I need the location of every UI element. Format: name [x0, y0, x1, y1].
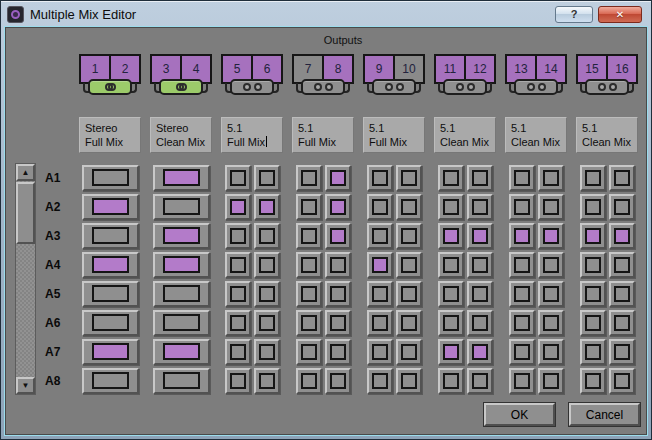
assign-button-a4-mix2[interactable] [153, 252, 210, 278]
scrollbar-thumb[interactable] [16, 182, 35, 244]
assign-button-a4-mix8-2[interactable] [609, 252, 635, 278]
help-button[interactable]: ? [555, 6, 593, 23]
assign-button-a8-mix7-2[interactable] [538, 368, 564, 394]
assign-button-a7-mix6-2[interactable] [467, 339, 493, 365]
assign-button-a8-mix4-2[interactable] [325, 368, 351, 394]
assign-button-a4-mix3-1[interactable] [225, 252, 251, 278]
assign-button-a5-mix5-2[interactable] [396, 281, 422, 307]
assign-button-a5-mix7-2[interactable] [538, 281, 564, 307]
assign-button-a8-mix8-1[interactable] [580, 368, 606, 394]
assign-button-a7-mix8-1[interactable] [580, 339, 606, 365]
assign-button-a3-mix8-1[interactable] [580, 223, 606, 249]
assign-button-a6-mix3-2[interactable] [254, 310, 280, 336]
cancel-button[interactable]: Cancel [569, 403, 640, 426]
assign-button-a4-mix4-1[interactable] [296, 252, 322, 278]
assign-button-a3-mix2[interactable] [153, 223, 210, 249]
assign-button-a1-mix8-2[interactable] [609, 165, 635, 191]
assign-button-a2-mix4-2[interactable] [325, 194, 351, 220]
assign-button-a6-mix2[interactable] [153, 310, 210, 336]
stereo-link-button-unlinked[interactable] [514, 79, 558, 95]
assign-button-a3-mix1[interactable] [82, 223, 139, 249]
stereo-link-button-unlinked[interactable] [443, 79, 487, 95]
stereo-link-button-unlinked[interactable] [230, 79, 274, 95]
assign-button-a5-mix1[interactable] [82, 281, 139, 307]
assign-button-a2-mix1[interactable] [82, 194, 139, 220]
assign-button-a8-mix6-2[interactable] [467, 368, 493, 394]
assign-button-a8-mix6-1[interactable] [438, 368, 464, 394]
assign-button-a8-mix1[interactable] [82, 368, 139, 394]
assign-button-a8-mix3-1[interactable] [225, 368, 251, 394]
assign-button-a2-mix5-2[interactable] [396, 194, 422, 220]
ok-button[interactable]: OK [484, 403, 555, 426]
assign-button-a5-mix2[interactable] [153, 281, 210, 307]
assign-button-a1-mix6-1[interactable] [438, 165, 464, 191]
assign-button-a3-mix4-1[interactable] [296, 223, 322, 249]
assign-button-a8-mix8-2[interactable] [609, 368, 635, 394]
mix-name-field-5[interactable]: 5.1Full Mix [363, 117, 425, 153]
stereo-link-button-linked[interactable] [159, 79, 203, 95]
assign-button-a1-mix3-1[interactable] [225, 165, 251, 191]
assign-button-a8-mix4-1[interactable] [296, 368, 322, 394]
assign-button-a6-mix3-1[interactable] [225, 310, 251, 336]
assign-button-a2-mix5-1[interactable] [367, 194, 393, 220]
titlebar[interactable]: Multiple Mix Editor ? ✕ [1, 1, 651, 27]
assign-button-a5-mix8-1[interactable] [580, 281, 606, 307]
assign-button-a1-mix5-1[interactable] [367, 165, 393, 191]
scroll-up-button[interactable]: ▲ [16, 164, 35, 181]
assign-button-a5-mix8-2[interactable] [609, 281, 635, 307]
assign-button-a6-mix1[interactable] [82, 310, 139, 336]
assign-button-a8-mix2[interactable] [153, 368, 210, 394]
assign-button-a1-mix4-2[interactable] [325, 165, 351, 191]
assign-button-a4-mix7-2[interactable] [538, 252, 564, 278]
assign-button-a6-mix7-1[interactable] [509, 310, 535, 336]
assign-button-a2-mix3-1[interactable] [225, 194, 251, 220]
assign-button-a8-mix5-1[interactable] [367, 368, 393, 394]
assign-button-a3-mix6-1[interactable] [438, 223, 464, 249]
assign-button-a6-mix8-1[interactable] [580, 310, 606, 336]
mix-name-field-1[interactable]: StereoFull Mix [79, 117, 141, 153]
assign-button-a6-mix6-2[interactable] [467, 310, 493, 336]
assign-button-a1-mix6-2[interactable] [467, 165, 493, 191]
assign-button-a4-mix6-2[interactable] [467, 252, 493, 278]
assign-button-a4-mix5-1[interactable] [367, 252, 393, 278]
assign-button-a5-mix6-1[interactable] [438, 281, 464, 307]
assign-button-a5-mix7-1[interactable] [509, 281, 535, 307]
assign-button-a3-mix5-2[interactable] [396, 223, 422, 249]
assign-button-a5-mix5-1[interactable] [367, 281, 393, 307]
mix-name-field-3[interactable]: 5.1Full Mix [221, 117, 283, 153]
assign-button-a2-mix7-1[interactable] [509, 194, 535, 220]
assign-button-a8-mix5-2[interactable] [396, 368, 422, 394]
assign-button-a1-mix7-1[interactable] [509, 165, 535, 191]
assign-button-a7-mix3-2[interactable] [254, 339, 280, 365]
assign-button-a6-mix4-2[interactable] [325, 310, 351, 336]
assign-button-a1-mix8-1[interactable] [580, 165, 606, 191]
assign-button-a7-mix5-2[interactable] [396, 339, 422, 365]
assign-button-a5-mix6-2[interactable] [467, 281, 493, 307]
assign-button-a5-mix4-1[interactable] [296, 281, 322, 307]
mix-name-field-2[interactable]: StereoClean Mix [150, 117, 212, 153]
mix-name-field-7[interactable]: 5.1Clean Mix [505, 117, 567, 153]
assign-button-a3-mix6-2[interactable] [467, 223, 493, 249]
scroll-down-button[interactable]: ▼ [16, 377, 35, 394]
mix-name-field-4[interactable]: 5.1Full Mix [292, 117, 354, 153]
assign-button-a4-mix5-2[interactable] [396, 252, 422, 278]
assign-button-a2-mix8-1[interactable] [580, 194, 606, 220]
assign-button-a3-mix3-2[interactable] [254, 223, 280, 249]
assign-button-a7-mix4-2[interactable] [325, 339, 351, 365]
assign-button-a6-mix5-1[interactable] [367, 310, 393, 336]
assign-button-a7-mix3-1[interactable] [225, 339, 251, 365]
assign-button-a6-mix5-2[interactable] [396, 310, 422, 336]
assign-button-a1-mix5-2[interactable] [396, 165, 422, 191]
assign-button-a8-mix3-2[interactable] [254, 368, 280, 394]
assign-button-a1-mix3-2[interactable] [254, 165, 280, 191]
assign-button-a7-mix7-1[interactable] [509, 339, 535, 365]
assign-button-a1-mix7-2[interactable] [538, 165, 564, 191]
assign-button-a5-mix4-2[interactable] [325, 281, 351, 307]
assign-button-a3-mix7-1[interactable] [509, 223, 535, 249]
assign-button-a2-mix2[interactable] [153, 194, 210, 220]
stereo-link-button-linked[interactable] [88, 79, 132, 95]
assign-button-a3-mix8-2[interactable] [609, 223, 635, 249]
assign-button-a1-mix1[interactable] [82, 165, 139, 191]
assign-button-a2-mix6-2[interactable] [467, 194, 493, 220]
assign-button-a5-mix3-2[interactable] [254, 281, 280, 307]
